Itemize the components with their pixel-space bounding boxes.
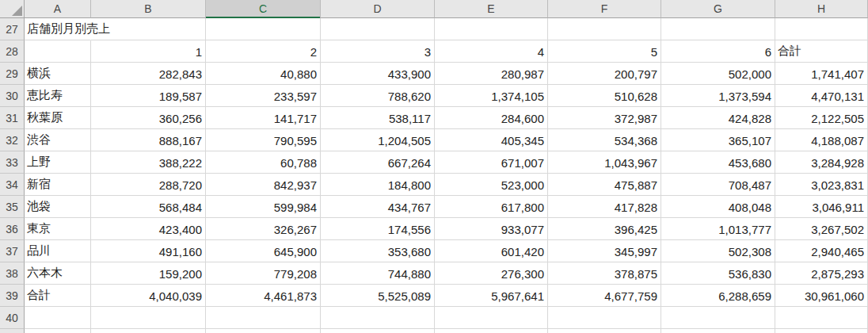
- row-header-31[interactable]: 31: [0, 107, 25, 129]
- cell-A29[interactable]: 横浜: [25, 63, 91, 85]
- cell-G31[interactable]: 424,828: [661, 107, 775, 129]
- cell-C29[interactable]: 40,880: [206, 63, 321, 85]
- cell-E40[interactable]: [435, 307, 548, 329]
- cell-F40[interactable]: [548, 307, 661, 329]
- row-header-37[interactable]: 37: [0, 240, 25, 262]
- cell-B29[interactable]: 282,843: [91, 63, 206, 85]
- cell-B41-partial[interactable]: [91, 329, 206, 333]
- row-header-27[interactable]: 27: [0, 18, 25, 40]
- cell-C34[interactable]: 842,937: [206, 174, 321, 196]
- cell-A36[interactable]: 東京: [25, 218, 91, 240]
- cell-A35[interactable]: 池袋: [25, 196, 91, 218]
- cell-H41-partial[interactable]: [775, 329, 868, 333]
- cell-D39[interactable]: 5,525,089: [321, 285, 435, 307]
- cell-E39[interactable]: 5,967,641: [435, 285, 548, 307]
- cell-F33[interactable]: 1,043,967: [548, 151, 661, 174]
- column-header-B[interactable]: B: [91, 0, 206, 18]
- cell-H27[interactable]: [775, 18, 868, 40]
- cell-G41-partial[interactable]: [661, 329, 775, 333]
- cell-F41-partial[interactable]: [548, 329, 661, 333]
- cell-D38[interactable]: 744,880: [321, 262, 435, 285]
- cell-E37[interactable]: 601,420: [435, 240, 548, 262]
- cell-D37[interactable]: 353,680: [321, 240, 435, 262]
- column-header-H[interactable]: H: [775, 0, 868, 18]
- row-header-33[interactable]: 33: [0, 151, 25, 174]
- cell-H39[interactable]: 30,961,060: [775, 285, 868, 307]
- cell-D40[interactable]: [321, 307, 435, 329]
- cell-E28[interactable]: 4: [435, 40, 548, 63]
- cell-H35[interactable]: 3,046,911: [775, 196, 868, 218]
- cell-H28[interactable]: 合計: [775, 40, 868, 63]
- cell-A34[interactable]: 新宿: [25, 174, 91, 196]
- cell-A32[interactable]: 渋谷: [25, 129, 91, 151]
- cell-G34[interactable]: 708,487: [661, 174, 775, 196]
- cell-B38[interactable]: 159,200: [91, 262, 206, 285]
- column-header-E[interactable]: E: [435, 0, 548, 18]
- cell-A27[interactable]: 店舗別月別売上: [25, 18, 91, 40]
- cell-F35[interactable]: 417,828: [548, 196, 661, 218]
- cell-H29[interactable]: 1,741,407: [775, 63, 868, 85]
- cell-C31[interactable]: 141,717: [206, 107, 321, 129]
- cell-A31[interactable]: 秋葉原: [25, 107, 91, 129]
- cell-H36[interactable]: 3,267,502: [775, 218, 868, 240]
- cell-B35[interactable]: 568,484: [91, 196, 206, 218]
- cell-D31[interactable]: 538,117: [321, 107, 435, 129]
- cell-D30[interactable]: 788,620: [321, 85, 435, 107]
- cell-D28[interactable]: 3: [321, 40, 435, 63]
- cell-E33[interactable]: 671,007: [435, 151, 548, 174]
- cell-G33[interactable]: 453,680: [661, 151, 775, 174]
- cell-F36[interactable]: 396,425: [548, 218, 661, 240]
- cell-B30[interactable]: 189,587: [91, 85, 206, 107]
- cell-B31[interactable]: 360,256: [91, 107, 206, 129]
- column-header-A[interactable]: A: [25, 0, 91, 18]
- cell-D32[interactable]: 1,204,505: [321, 129, 435, 151]
- cell-E32[interactable]: 405,345: [435, 129, 548, 151]
- cell-F30[interactable]: 510,628: [548, 85, 661, 107]
- cell-C30[interactable]: 233,597: [206, 85, 321, 107]
- cell-E31[interactable]: 284,600: [435, 107, 548, 129]
- cell-C41-partial[interactable]: [206, 329, 321, 333]
- cell-E36[interactable]: 933,077: [435, 218, 548, 240]
- cell-H38[interactable]: 2,875,293: [775, 262, 868, 285]
- cell-A33[interactable]: 上野: [25, 151, 91, 174]
- cell-H30[interactable]: 4,470,131: [775, 85, 868, 107]
- cell-F31[interactable]: 372,987: [548, 107, 661, 129]
- cell-D36[interactable]: 174,556: [321, 218, 435, 240]
- cell-E35[interactable]: 617,800: [435, 196, 548, 218]
- cell-A39[interactable]: 合計: [25, 285, 91, 307]
- cell-C37[interactable]: 645,900: [206, 240, 321, 262]
- cell-F38[interactable]: 378,875: [548, 262, 661, 285]
- cell-A28[interactable]: [25, 40, 91, 63]
- cell-H34[interactable]: 3,023,831: [775, 174, 868, 196]
- cell-F39[interactable]: 4,677,759: [548, 285, 661, 307]
- cell-C35[interactable]: 599,984: [206, 196, 321, 218]
- cell-H33[interactable]: 3,284,928: [775, 151, 868, 174]
- cell-C33[interactable]: 60,788: [206, 151, 321, 174]
- cell-F34[interactable]: 475,887: [548, 174, 661, 196]
- cell-E27[interactable]: [435, 18, 548, 40]
- cell-G27[interactable]: [661, 18, 775, 40]
- cell-D33[interactable]: 667,264: [321, 151, 435, 174]
- cell-H37[interactable]: 2,940,465: [775, 240, 868, 262]
- cell-D34[interactable]: 184,800: [321, 174, 435, 196]
- cell-B39[interactable]: 4,040,039: [91, 285, 206, 307]
- row-header-28[interactable]: 28: [0, 40, 25, 63]
- column-header-D[interactable]: D: [321, 0, 435, 18]
- cell-G35[interactable]: 408,048: [661, 196, 775, 218]
- cell-G37[interactable]: 502,308: [661, 240, 775, 262]
- cell-B36[interactable]: 423,400: [91, 218, 206, 240]
- cell-E30[interactable]: 1,374,105: [435, 85, 548, 107]
- cell-A38[interactable]: 六本木: [25, 262, 91, 285]
- column-header-F[interactable]: F: [548, 0, 661, 18]
- row-header-36[interactable]: 36: [0, 218, 25, 240]
- cell-C38[interactable]: 779,208: [206, 262, 321, 285]
- cell-G29[interactable]: 502,000: [661, 63, 775, 85]
- cell-F37[interactable]: 345,997: [548, 240, 661, 262]
- cell-E38[interactable]: 276,300: [435, 262, 548, 285]
- row-header-32[interactable]: 32: [0, 129, 25, 151]
- column-header-G[interactable]: G: [661, 0, 775, 18]
- row-header-29[interactable]: 29: [0, 63, 25, 85]
- cell-D29[interactable]: 433,900: [321, 63, 435, 85]
- cell-G39[interactable]: 6,288,659: [661, 285, 775, 307]
- cell-A30[interactable]: 恵比寿: [25, 85, 91, 107]
